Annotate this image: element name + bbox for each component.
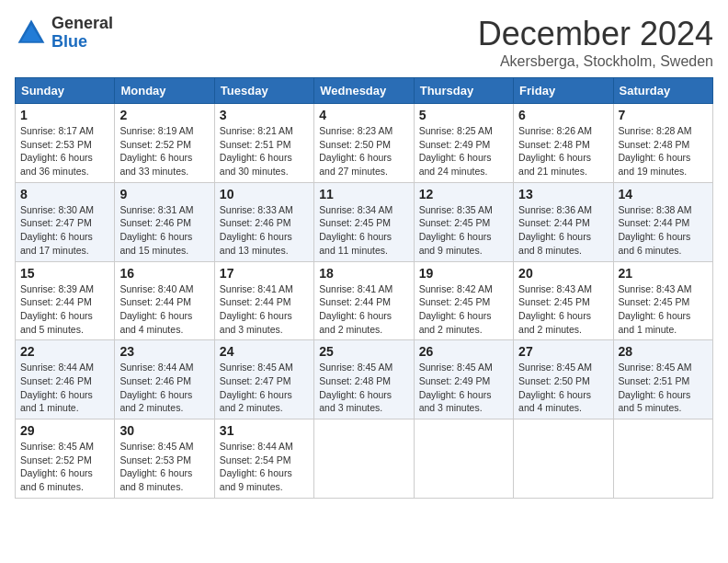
day-number: 21 — [619, 266, 708, 281]
day-info: Sunrise: 8:45 AMSunset: 2:47 PMDaylight:… — [220, 361, 309, 415]
calendar-cell: 12Sunrise: 8:35 AMSunset: 2:45 PMDayligh… — [414, 182, 513, 261]
calendar-cell: 28Sunrise: 8:45 AMSunset: 2:51 PMDayligh… — [613, 340, 712, 419]
day-number: 14 — [619, 187, 708, 201]
calendar-cell: 2Sunrise: 8:19 AMSunset: 2:52 PMDaylight… — [115, 104, 214, 183]
day-number: 19 — [419, 266, 508, 281]
logo-general-text: General — [51, 15, 113, 33]
calendar-cell: 14Sunrise: 8:38 AMSunset: 2:44 PMDayligh… — [613, 182, 712, 261]
calendar-cell — [314, 419, 414, 499]
calendar-cell: 16Sunrise: 8:40 AMSunset: 2:44 PMDayligh… — [115, 261, 214, 340]
day-info: Sunrise: 8:45 AMSunset: 2:50 PMDaylight:… — [518, 361, 608, 415]
day-number: 15 — [20, 266, 109, 281]
day-number: 31 — [220, 423, 309, 438]
weekday-header-saturday: Saturday — [613, 78, 712, 104]
calendar-cell: 29Sunrise: 8:45 AMSunset: 2:52 PMDayligh… — [16, 419, 115, 499]
day-number: 27 — [518, 344, 608, 359]
day-info: Sunrise: 8:41 AMSunset: 2:44 PMDaylight:… — [319, 282, 408, 337]
day-number: 22 — [20, 344, 109, 359]
day-info: Sunrise: 8:31 AMSunset: 2:46 PMDaylight:… — [119, 203, 209, 258]
calendar-cell — [414, 419, 513, 499]
day-info: Sunrise: 8:19 AMSunset: 2:52 PMDaylight:… — [119, 124, 209, 178]
day-number: 1 — [20, 108, 109, 122]
calendar-cell: 20Sunrise: 8:43 AMSunset: 2:45 PMDayligh… — [514, 261, 613, 340]
day-number: 4 — [319, 108, 408, 122]
location-subtitle: Akersberga, Stockholm, Sweden — [478, 53, 713, 70]
calendar-cell: 23Sunrise: 8:44 AMSunset: 2:46 PMDayligh… — [115, 340, 214, 419]
calendar-cell: 18Sunrise: 8:41 AMSunset: 2:44 PMDayligh… — [314, 261, 414, 340]
calendar-cell — [514, 419, 613, 499]
calendar-cell: 3Sunrise: 8:21 AMSunset: 2:51 PMDaylight… — [214, 104, 313, 183]
day-info: Sunrise: 8:40 AMSunset: 2:44 PMDaylight:… — [119, 282, 209, 337]
weekday-header-sunday: Sunday — [16, 78, 115, 104]
weekday-header-friday: Friday — [514, 78, 613, 104]
weekday-header-thursday: Thursday — [414, 78, 513, 104]
day-number: 13 — [518, 187, 608, 201]
day-info: Sunrise: 8:28 AMSunset: 2:48 PMDaylight:… — [619, 124, 708, 178]
day-number: 10 — [220, 187, 309, 201]
logo-icon — [15, 17, 48, 50]
calendar-cell: 30Sunrise: 8:45 AMSunset: 2:53 PMDayligh… — [115, 419, 214, 499]
calendar-cell: 8Sunrise: 8:30 AMSunset: 2:47 PMDaylight… — [16, 182, 115, 261]
day-info: Sunrise: 8:44 AMSunset: 2:46 PMDaylight:… — [20, 361, 109, 415]
day-info: Sunrise: 8:45 AMSunset: 2:49 PMDaylight:… — [419, 361, 508, 415]
day-number: 2 — [119, 108, 209, 122]
day-number: 18 — [319, 266, 408, 281]
day-info: Sunrise: 8:44 AMSunset: 2:46 PMDaylight:… — [119, 361, 209, 415]
calendar-cell: 6Sunrise: 8:26 AMSunset: 2:48 PMDaylight… — [514, 104, 613, 183]
calendar-cell: 22Sunrise: 8:44 AMSunset: 2:46 PMDayligh… — [16, 340, 115, 419]
calendar-week-3: 15Sunrise: 8:39 AMSunset: 2:44 PMDayligh… — [16, 261, 713, 340]
day-number: 24 — [220, 344, 309, 359]
calendar-cell: 5Sunrise: 8:25 AMSunset: 2:49 PMDaylight… — [414, 104, 513, 183]
day-number: 26 — [419, 344, 508, 359]
day-number: 5 — [419, 108, 508, 122]
calendar-week-5: 29Sunrise: 8:45 AMSunset: 2:52 PMDayligh… — [16, 419, 713, 499]
day-info: Sunrise: 8:34 AMSunset: 2:45 PMDaylight:… — [319, 203, 408, 258]
calendar-week-2: 8Sunrise: 8:30 AMSunset: 2:47 PMDaylight… — [16, 182, 713, 261]
calendar-cell — [613, 419, 712, 499]
day-number: 25 — [319, 344, 408, 359]
day-number: 9 — [119, 187, 209, 201]
day-info: Sunrise: 8:43 AMSunset: 2:45 PMDaylight:… — [518, 282, 608, 337]
logo: General Blue — [15, 15, 113, 52]
day-info: Sunrise: 8:25 AMSunset: 2:49 PMDaylight:… — [419, 124, 508, 178]
day-number: 29 — [20, 423, 109, 438]
calendar-cell: 4Sunrise: 8:23 AMSunset: 2:50 PMDaylight… — [314, 104, 414, 183]
day-info: Sunrise: 8:36 AMSunset: 2:44 PMDaylight:… — [518, 203, 608, 258]
calendar-cell: 17Sunrise: 8:41 AMSunset: 2:44 PMDayligh… — [214, 261, 313, 340]
day-info: Sunrise: 8:30 AMSunset: 2:47 PMDaylight:… — [20, 203, 109, 258]
day-number: 11 — [319, 187, 408, 201]
day-number: 28 — [619, 344, 708, 359]
calendar-cell: 26Sunrise: 8:45 AMSunset: 2:49 PMDayligh… — [414, 340, 513, 419]
day-number: 12 — [419, 187, 508, 201]
calendar-cell: 31Sunrise: 8:44 AMSunset: 2:54 PMDayligh… — [214, 419, 313, 499]
calendar-cell: 1Sunrise: 8:17 AMSunset: 2:53 PMDaylight… — [16, 104, 115, 183]
day-number: 3 — [220, 108, 309, 122]
calendar-cell: 10Sunrise: 8:33 AMSunset: 2:46 PMDayligh… — [214, 182, 313, 261]
day-number: 23 — [119, 344, 209, 359]
weekday-header-monday: Monday — [115, 78, 214, 104]
logo-blue-text: Blue — [51, 33, 113, 52]
day-info: Sunrise: 8:45 AMSunset: 2:51 PMDaylight:… — [619, 361, 708, 415]
calendar-cell: 15Sunrise: 8:39 AMSunset: 2:44 PMDayligh… — [16, 261, 115, 340]
weekday-header-wednesday: Wednesday — [314, 78, 414, 104]
calendar-week-1: 1Sunrise: 8:17 AMSunset: 2:53 PMDaylight… — [16, 104, 713, 183]
calendar-cell: 21Sunrise: 8:43 AMSunset: 2:45 PMDayligh… — [613, 261, 712, 340]
day-number: 8 — [20, 187, 109, 201]
day-number: 20 — [518, 266, 608, 281]
day-info: Sunrise: 8:39 AMSunset: 2:44 PMDaylight:… — [20, 282, 109, 337]
day-info: Sunrise: 8:33 AMSunset: 2:46 PMDaylight:… — [220, 203, 309, 258]
day-info: Sunrise: 8:23 AMSunset: 2:50 PMDaylight:… — [319, 124, 408, 178]
page-header: General Blue December 2024 Akersberga, S… — [15, 15, 713, 70]
day-info: Sunrise: 8:41 AMSunset: 2:44 PMDaylight:… — [220, 282, 309, 337]
calendar-cell: 27Sunrise: 8:45 AMSunset: 2:50 PMDayligh… — [514, 340, 613, 419]
day-number: 17 — [220, 266, 309, 281]
day-info: Sunrise: 8:35 AMSunset: 2:45 PMDaylight:… — [419, 203, 508, 258]
calendar-cell: 25Sunrise: 8:45 AMSunset: 2:48 PMDayligh… — [314, 340, 414, 419]
weekday-header-row: SundayMondayTuesdayWednesdayThursdayFrid… — [16, 78, 713, 104]
day-info: Sunrise: 8:44 AMSunset: 2:54 PMDaylight:… — [220, 440, 309, 494]
day-info: Sunrise: 8:26 AMSunset: 2:48 PMDaylight:… — [518, 124, 608, 178]
weekday-header-tuesday: Tuesday — [214, 78, 313, 104]
day-info: Sunrise: 8:45 AMSunset: 2:48 PMDaylight:… — [319, 361, 408, 415]
calendar-cell: 11Sunrise: 8:34 AMSunset: 2:45 PMDayligh… — [314, 182, 414, 261]
day-info: Sunrise: 8:17 AMSunset: 2:53 PMDaylight:… — [20, 124, 109, 178]
